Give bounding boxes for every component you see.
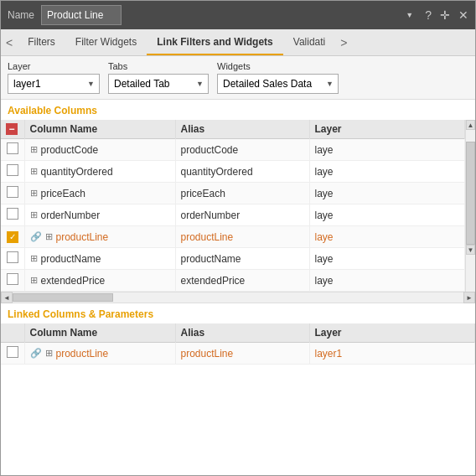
- link-icon: 🔗: [30, 231, 42, 242]
- row-column-name: productCode: [41, 144, 99, 156]
- table-icon: ⊞: [30, 144, 38, 155]
- close-icon[interactable]: ✕: [458, 8, 468, 22]
- controls-row: Layer layer1 Tabs Detailed Tab Widgets D…: [1, 56, 475, 100]
- horizontal-scrollbar[interactable]: ◄ ►: [1, 292, 475, 303]
- help-icon[interactable]: ?: [425, 8, 432, 22]
- col-header-layer: Layer: [309, 120, 465, 139]
- row-checkbox-cell: [1, 139, 24, 161]
- linked-section: Linked Columns & Parameters Column Name …: [1, 303, 475, 475]
- select-all-checkbox[interactable]: [6, 123, 18, 135]
- name-select[interactable]: Product Line: [41, 5, 122, 25]
- layer-group: Layer layer1: [8, 61, 100, 94]
- tab-link-filters[interactable]: Link Filters and Widgets: [147, 29, 283, 55]
- linked-table-container: Column Name Alias Layer 🔗⊞productLinepro…: [1, 323, 475, 365]
- tab-validati[interactable]: Validati: [283, 29, 335, 55]
- linked-col-header-name: Column Name: [24, 323, 175, 343]
- widgets-group: Widgets Detailed Sales Data: [217, 61, 339, 94]
- h-scroll-track: [13, 292, 463, 303]
- row-layer-cell: laye: [309, 139, 465, 161]
- linked-section-header: Linked Columns & Parameters: [1, 303, 475, 323]
- layer-label: Layer: [8, 61, 100, 71]
- available-table-row: ⊞extendedPriceextendedPricelaye: [1, 270, 465, 292]
- linked-col-header-checkbox: [1, 323, 24, 343]
- row-checkbox[interactable]: [7, 273, 18, 285]
- row-alias-cell: quantityOrdered: [175, 161, 309, 183]
- row-column-name: productName: [41, 253, 101, 265]
- scrollbar-down-button[interactable]: ▼: [466, 245, 475, 255]
- linked-row-column-name: productLine: [56, 348, 109, 360]
- row-layer-cell: laye: [309, 161, 465, 183]
- row-name-cell: ⊞extendedPrice: [24, 270, 175, 292]
- available-table-row: ⊞orderNumberorderNumberlaye: [1, 204, 465, 226]
- table-icon: ⊞: [30, 253, 38, 264]
- row-layer-cell: laye: [309, 270, 465, 292]
- col-header-alias: Alias: [175, 120, 309, 139]
- available-table-container: Column Name Alias Layer ⊞productCodeprod…: [1, 120, 475, 292]
- h-scroll-left-button[interactable]: ◄: [1, 292, 13, 303]
- vertical-scrollbar[interactable]: ▲ ▼: [465, 120, 475, 292]
- name-select-wrapper: Product Line: [41, 5, 418, 25]
- tab-filters[interactable]: Filters: [18, 29, 65, 55]
- available-table-row: ⊞productNameproductNamelaye: [1, 248, 465, 270]
- link-icon: 🔗: [30, 348, 42, 359]
- title-bar: Name Product Line ? ✛ ✕: [1, 1, 475, 29]
- move-icon[interactable]: ✛: [440, 8, 450, 22]
- row-alias-cell: productLine: [175, 226, 309, 248]
- row-checkbox[interactable]: [7, 164, 18, 176]
- row-column-name: priceEach: [41, 188, 85, 199]
- row-checkbox[interactable]: [7, 208, 18, 220]
- h-scroll-right-button[interactable]: ►: [463, 292, 475, 303]
- available-table: Column Name Alias Layer ⊞productCodeprod…: [1, 120, 465, 292]
- row-checkbox[interactable]: [7, 231, 18, 243]
- row-checkbox-cell: [1, 161, 24, 183]
- layer-select-wrapper: layer1: [8, 74, 100, 94]
- linked-row-name-cell: 🔗⊞productLine: [24, 343, 175, 365]
- name-label: Name: [8, 9, 34, 21]
- row-name-cell: ⊞productCode: [24, 139, 175, 161]
- widgets-select[interactable]: Detailed Sales Data: [217, 74, 339, 94]
- table-icon: ⊞: [45, 231, 53, 242]
- row-column-name: extendedPrice: [41, 275, 106, 287]
- linked-row-alias-cell: productLine: [175, 343, 309, 365]
- widgets-label: Widgets: [217, 61, 339, 71]
- row-name-cell: ⊞priceEach: [24, 183, 175, 204]
- tabs-group: Tabs Detailed Tab: [108, 61, 209, 94]
- linked-table-row: 🔗⊞productLineproductLinelayer1: [1, 343, 475, 365]
- tabs-select-wrapper: Detailed Tab: [108, 74, 209, 94]
- row-checkbox[interactable]: [7, 142, 18, 154]
- h-scroll-thumb[interactable]: [13, 293, 113, 302]
- row-checkbox[interactable]: [7, 186, 18, 198]
- table-icon: ⊞: [30, 275, 38, 286]
- row-alias-cell: orderNumber: [175, 204, 309, 226]
- scrollbar-up-button[interactable]: ▲: [466, 120, 475, 130]
- widgets-select-wrapper: Detailed Sales Data: [217, 74, 339, 94]
- layer-select[interactable]: layer1: [8, 74, 100, 94]
- linked-row-checkbox[interactable]: [7, 346, 18, 358]
- tab-filter-widgets[interactable]: Filter Widgets: [65, 29, 147, 55]
- row-column-name: productLine: [56, 231, 109, 243]
- tab-next-button[interactable]: >: [335, 29, 352, 55]
- row-layer-cell: laye: [309, 183, 465, 204]
- linked-col-header-alias: Alias: [175, 323, 309, 343]
- row-checkbox-cell: [1, 270, 24, 292]
- row-column-name: quantityOrdered: [41, 166, 113, 178]
- row-layer-cell: laye: [309, 204, 465, 226]
- table-icon: ⊞: [30, 188, 38, 199]
- row-checkbox-cell: [1, 204, 24, 226]
- available-section-header: Available Columns: [1, 100, 475, 120]
- tabs-row: < Filters Filter Widgets Link Filters an…: [1, 29, 475, 56]
- table-icon: ⊞: [30, 166, 38, 177]
- linked-col-header-layer: Layer: [309, 323, 475, 343]
- tab-prev-button[interactable]: <: [1, 29, 18, 55]
- row-name-cell: ⊞quantityOrdered: [24, 161, 175, 183]
- row-checkbox-cell: [1, 183, 24, 204]
- linked-table-header-row: Column Name Alias Layer: [1, 323, 475, 343]
- available-table-row: ⊞quantityOrderedquantityOrderedlaye: [1, 161, 465, 183]
- main-window: Name Product Line ? ✛ ✕ < Filters Filter…: [0, 0, 476, 476]
- tabs-select[interactable]: Detailed Tab: [108, 74, 209, 94]
- linked-row-layer-cell: layer1: [309, 343, 475, 365]
- scrollbar-thumb[interactable]: [466, 142, 475, 245]
- row-checkbox-cell: [1, 248, 24, 270]
- row-checkbox[interactable]: [7, 251, 18, 263]
- row-name-cell: ⊞orderNumber: [24, 204, 175, 226]
